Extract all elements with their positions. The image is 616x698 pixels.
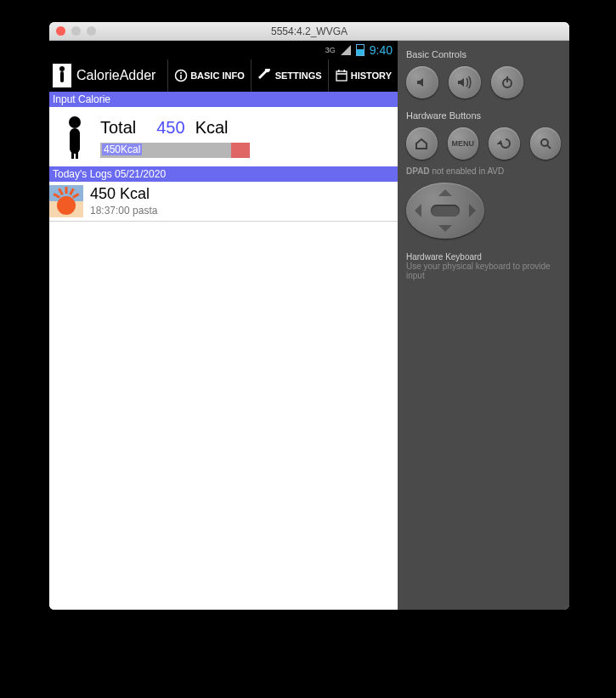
window-close-button[interactable] bbox=[56, 26, 65, 36]
total-label: Total bbox=[100, 118, 136, 138]
keyboard-sub: Use your physical keyboard to provide in… bbox=[406, 262, 561, 280]
back-button[interactable] bbox=[489, 127, 520, 160]
battery-icon bbox=[356, 44, 365, 56]
device-screen: 3G 9:40 CalorieAdder bbox=[49, 41, 398, 610]
dpad bbox=[406, 183, 484, 239]
app-icon bbox=[53, 64, 71, 87]
log-item[interactable]: 450 Kcal 18:37:00 pasta bbox=[49, 182, 398, 222]
basic-info-button[interactable]: BASIC INFO bbox=[167, 59, 251, 92]
input-calorie-header: Input Calorie bbox=[49, 92, 398, 107]
svg-rect-11 bbox=[71, 151, 74, 159]
dpad-note-text: not enabled in AVD bbox=[432, 166, 504, 176]
svg-rect-10 bbox=[70, 128, 80, 154]
window-titlebar: 5554:4.2_WVGA bbox=[49, 22, 569, 41]
emulator-panel: Basic Controls Hardware Buttons MENU bbox=[398, 41, 569, 610]
search-button[interactable] bbox=[530, 127, 562, 160]
app-title: CalorieAdder bbox=[76, 68, 155, 83]
wrench-icon bbox=[257, 69, 273, 82]
log-title: 450 Kcal bbox=[90, 185, 157, 203]
volume-down-button[interactable] bbox=[406, 66, 438, 99]
window-zoom-button[interactable] bbox=[87, 26, 96, 36]
dpad-left[interactable] bbox=[415, 204, 421, 217]
svg-rect-14 bbox=[506, 76, 508, 82]
svg-point-9 bbox=[69, 116, 81, 128]
window-minimize-button[interactable] bbox=[71, 26, 81, 36]
total-line: Total 450 Kcal bbox=[100, 118, 386, 138]
todays-logs-header: Today's Logs 05/21/2020 bbox=[49, 166, 398, 182]
sunrise-icon bbox=[49, 185, 83, 217]
android-status-bar: 3G 9:40 bbox=[49, 41, 398, 59]
info-icon bbox=[174, 69, 188, 82]
dpad-center[interactable] bbox=[431, 205, 460, 217]
menu-button[interactable]: MENU bbox=[448, 127, 479, 160]
total-value: 450 bbox=[156, 118, 184, 138]
svg-rect-4 bbox=[180, 72, 182, 74]
calendar-icon bbox=[335, 69, 348, 82]
empty-area bbox=[49, 222, 398, 610]
status-clock: 9:40 bbox=[370, 43, 393, 57]
window-title: 5554:4.2_WVGA bbox=[49, 25, 569, 37]
total-unit: Kcal bbox=[195, 118, 229, 138]
traffic-lights bbox=[56, 26, 96, 36]
svg-point-0 bbox=[59, 66, 65, 71]
network-indicator: 3G bbox=[325, 46, 336, 54]
calorie-summary[interactable]: Total 450 Kcal 450Kcal bbox=[49, 107, 398, 166]
calorie-progress-bar: 450Kcal bbox=[100, 143, 250, 158]
svg-rect-1 bbox=[60, 71, 64, 82]
history-label: HISTORY bbox=[351, 70, 392, 81]
history-button[interactable]: HISTORY bbox=[328, 59, 398, 92]
svg-rect-7 bbox=[338, 70, 340, 72]
dpad-down[interactable] bbox=[438, 225, 452, 232]
person-icon bbox=[61, 115, 88, 160]
svg-line-16 bbox=[547, 145, 551, 149]
volume-up-button[interactable] bbox=[449, 66, 481, 99]
keyboard-note: Hardware Keyboard Use your physical keyb… bbox=[406, 252, 561, 280]
settings-label: SETTINGS bbox=[275, 70, 322, 81]
svg-rect-8 bbox=[343, 70, 345, 72]
app-action-bar: CalorieAdder BASIC INFO SETTINGS bbox=[49, 59, 398, 92]
settings-button[interactable]: SETTINGS bbox=[251, 59, 328, 92]
dpad-note: DPAD not enabled in AVD bbox=[406, 166, 561, 176]
dpad-right[interactable] bbox=[469, 204, 476, 217]
keyboard-title: Hardware Keyboard bbox=[406, 252, 561, 262]
svg-rect-12 bbox=[76, 151, 78, 159]
menu-label: MENU bbox=[452, 139, 475, 148]
svg-point-15 bbox=[541, 139, 548, 146]
progress-text: 450Kcal bbox=[102, 144, 142, 155]
svg-rect-3 bbox=[180, 75, 182, 79]
hardware-buttons-title: Hardware Buttons bbox=[406, 110, 561, 121]
svg-rect-5 bbox=[336, 71, 347, 81]
signal-icon bbox=[341, 45, 351, 55]
dpad-up[interactable] bbox=[438, 189, 452, 196]
power-button[interactable] bbox=[491, 66, 523, 99]
emulator-window: 5554:4.2_WVGA 3G 9:40 CalorieAdder bbox=[49, 22, 569, 610]
basic-info-label: BASIC INFO bbox=[190, 70, 245, 81]
log-meta: 18:37:00 pasta bbox=[90, 205, 157, 217]
home-button[interactable] bbox=[406, 127, 438, 160]
basic-controls-title: Basic Controls bbox=[406, 49, 561, 59]
